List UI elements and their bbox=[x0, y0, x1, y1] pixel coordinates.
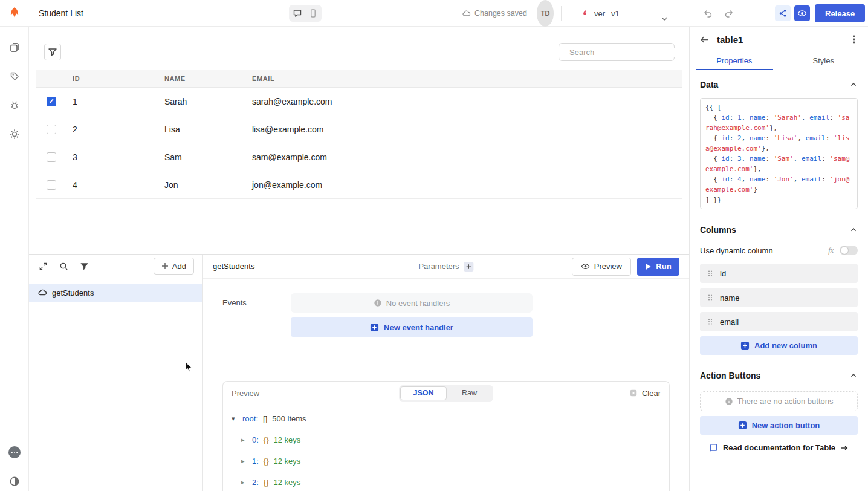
query-filter-icon[interactable] bbox=[79, 261, 89, 272]
run-button-label: Run bbox=[656, 262, 671, 271]
table-body: 1Sarahsarah@example.com2Lisalisa@example… bbox=[36, 88, 682, 199]
row-checkbox[interactable] bbox=[47, 97, 56, 106]
clear-icon bbox=[629, 389, 638, 397]
tree-count: 12 keys bbox=[274, 435, 301, 444]
save-status: Changes saved bbox=[462, 0, 527, 27]
cell-id: 2 bbox=[66, 125, 158, 134]
collapse-icon[interactable] bbox=[849, 226, 858, 234]
tree-toggle-icon[interactable]: ▾ bbox=[232, 415, 238, 423]
collapse-icon[interactable] bbox=[849, 80, 858, 89]
search-input[interactable] bbox=[569, 48, 676, 57]
tree-key: 1: bbox=[252, 457, 259, 466]
column-header-id[interactable]: ID bbox=[66, 75, 158, 82]
share-button[interactable] bbox=[775, 5, 791, 21]
data-section-header[interactable]: Data bbox=[700, 80, 858, 89]
release-button[interactable]: Release bbox=[815, 4, 865, 22]
table-row[interactable]: 1Sarahsarah@example.com bbox=[36, 88, 682, 115]
column-item[interactable]: id bbox=[700, 264, 858, 283]
no-event-handlers-placeholder: No event handlers bbox=[291, 293, 533, 313]
row-checkbox[interactable] bbox=[47, 125, 56, 134]
column-item[interactable]: name bbox=[700, 288, 858, 307]
redo-button[interactable] bbox=[721, 5, 736, 21]
table-row[interactable]: 4Jonjon@example.com bbox=[36, 171, 682, 199]
settings-icon[interactable] bbox=[8, 128, 21, 140]
actions-section-header[interactable]: Action Buttons bbox=[700, 371, 858, 380]
version-selector[interactable]: ver v1 bbox=[580, 0, 620, 27]
comments-icon[interactable] bbox=[290, 6, 305, 21]
datasources-icon[interactable] bbox=[8, 70, 21, 82]
editor-pages-icon[interactable] bbox=[8, 41, 21, 53]
cell-id: 1 bbox=[66, 97, 158, 106]
table-docs-link[interactable]: Read documentation for Table bbox=[700, 443, 858, 452]
tab-styles[interactable]: Styles bbox=[779, 52, 868, 70]
preview-app-button[interactable] bbox=[794, 5, 810, 21]
tree-row[interactable]: ▸2:{}12 keys bbox=[232, 472, 661, 491]
expand-panel-icon[interactable] bbox=[37, 261, 48, 272]
add-query-button[interactable]: Add bbox=[154, 258, 194, 275]
help-chat-icon[interactable] bbox=[8, 446, 21, 458]
no-handlers-label: No event handlers bbox=[386, 299, 450, 308]
tree-row[interactable]: ▾root:[]500 items bbox=[232, 408, 661, 429]
preview-query-button[interactable]: Preview bbox=[572, 258, 631, 276]
dynamic-column-toggle[interactable] bbox=[840, 246, 858, 255]
fx-icon[interactable]: fx bbox=[828, 246, 834, 255]
drag-handle-icon[interactable] bbox=[706, 293, 714, 302]
mobile-view-icon[interactable] bbox=[306, 6, 320, 21]
widget-name[interactable]: table1 bbox=[717, 34, 743, 45]
tree-toggle-icon[interactable]: ▸ bbox=[241, 436, 247, 444]
row-checkbox[interactable] bbox=[47, 152, 56, 162]
theme-toggle-icon[interactable] bbox=[8, 475, 21, 487]
query-list-item[interactable]: getStudents bbox=[29, 284, 202, 302]
tab-properties[interactable]: Properties bbox=[690, 52, 779, 70]
kebab-menu-icon[interactable] bbox=[850, 34, 858, 44]
chevron-down-icon[interactable] bbox=[656, 5, 672, 32]
tree-row[interactable]: ▸0:{}12 keys bbox=[232, 429, 661, 450]
no-action-buttons-label: There are no action buttons bbox=[737, 397, 834, 406]
row-checkbox[interactable] bbox=[47, 180, 56, 190]
run-button[interactable]: Run bbox=[637, 258, 679, 276]
tree-key: root: bbox=[242, 414, 258, 423]
tab-json[interactable]: JSON bbox=[400, 386, 447, 400]
column-header-name[interactable]: NAME bbox=[158, 75, 246, 82]
columns-section-header[interactable]: Columns bbox=[700, 225, 858, 235]
new-action-button[interactable]: New action button bbox=[700, 416, 858, 435]
new-event-handler-button[interactable]: New event handler bbox=[291, 317, 533, 337]
table-data-editor[interactable]: {{ [ { id: 1, name: 'Sarah', email: 'sar… bbox=[700, 98, 858, 209]
undo-button[interactable] bbox=[700, 5, 716, 21]
clear-response-button[interactable]: Clear bbox=[629, 389, 661, 398]
table-filter-button[interactable] bbox=[44, 44, 61, 60]
tree-row[interactable]: ▸1:{}12 keys bbox=[232, 450, 661, 472]
drag-handle-icon[interactable] bbox=[706, 317, 714, 326]
query-search-icon[interactable] bbox=[58, 261, 69, 272]
query-title[interactable]: getStudents bbox=[213, 262, 254, 271]
version-label: ver bbox=[594, 9, 605, 18]
tab-raw[interactable]: Raw bbox=[447, 386, 492, 400]
drag-handle-icon[interactable] bbox=[706, 269, 714, 278]
eye-icon bbox=[797, 8, 807, 18]
tree-toggle-icon[interactable]: ▸ bbox=[241, 478, 247, 486]
data-section-title: Data bbox=[700, 80, 718, 89]
column-item[interactable]: email bbox=[700, 312, 858, 331]
students-table: ID NAME EMAIL 1Sarahsarah@example.com2Li… bbox=[36, 70, 682, 199]
cloud-icon bbox=[462, 9, 471, 18]
column-header-email[interactable]: EMAIL bbox=[246, 75, 682, 82]
app-logo-icon[interactable] bbox=[7, 0, 22, 27]
inspector-tabs: Properties Styles bbox=[690, 52, 868, 70]
book-icon bbox=[709, 443, 718, 452]
avatar[interactable]: TD bbox=[537, 0, 554, 27]
table-row[interactable]: 2Lisalisa@example.com bbox=[36, 115, 682, 143]
response-format-toggle: JSON Raw bbox=[399, 385, 493, 402]
cell-name: Sam bbox=[158, 152, 246, 162]
debug-icon[interactable] bbox=[8, 99, 21, 111]
add-parameter-button[interactable] bbox=[464, 262, 474, 272]
table-search bbox=[559, 43, 675, 61]
back-icon[interactable] bbox=[699, 34, 710, 45]
table-row[interactable]: 3Samsam@example.com bbox=[36, 143, 682, 171]
cell-id: 3 bbox=[66, 152, 158, 162]
column-item-label: name bbox=[720, 293, 740, 302]
tree-toggle-icon[interactable]: ▸ bbox=[241, 457, 247, 465]
dynamic-column-row: Use dynamic column fx bbox=[700, 246, 858, 255]
add-new-column-button[interactable]: Add new column bbox=[700, 336, 858, 355]
collapse-icon[interactable] bbox=[849, 371, 858, 380]
tree-type: [] bbox=[263, 414, 267, 423]
